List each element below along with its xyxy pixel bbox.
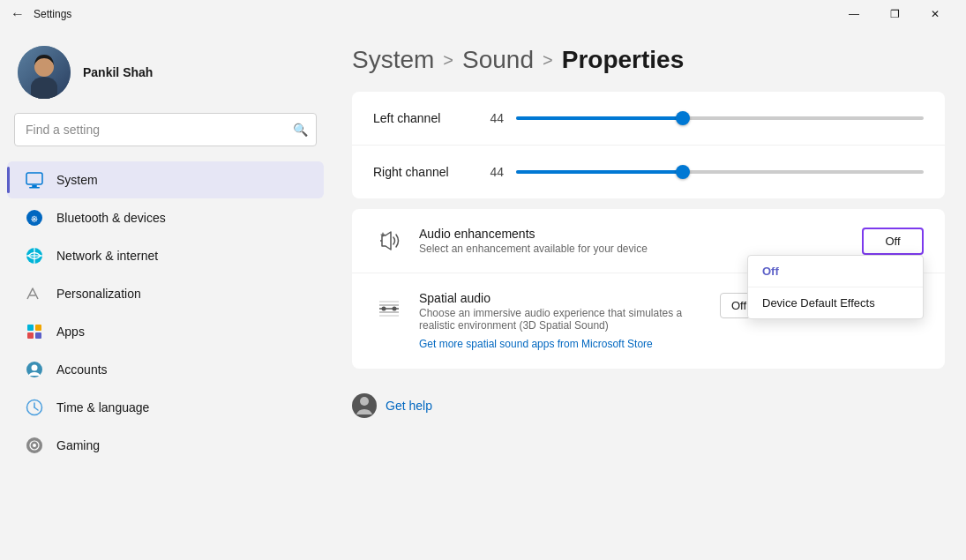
network-label: Network & internet [56,249,158,263]
time-label: Time & language [56,400,149,414]
svg-rect-12 [27,325,34,331]
sidebar: Pankil Shah 🔍 System ⎈ Bluetooth & devic… [0,28,331,560]
spatial-audio-desc: Choose an immersive audio experience tha… [419,307,706,332]
right-channel-value: 44 [479,165,504,179]
svg-rect-13 [35,325,41,331]
svg-rect-15 [35,332,41,339]
svg-rect-3 [26,173,42,184]
sidebar-item-gaming[interactable]: Gaming [7,427,324,464]
accounts-label: Accounts [56,362,108,377]
right-channel-row: Right channel 44 [352,146,945,198]
bluetooth-icon: ⎈ [25,208,44,228]
audio-enhancements-row: Audio enhancements Select an enhancement… [352,209,945,273]
sidebar-item-network[interactable]: Network & internet [7,237,324,274]
enhancements-panel: Audio enhancements Select an enhancement… [352,209,945,369]
audio-enhancements-control: Off [862,228,924,255]
avatar [18,46,71,99]
window-controls: — ❐ ✕ [834,0,955,28]
svg-rect-4 [32,185,37,187]
audio-enhancements-title: Audio enhancements [419,227,848,241]
personalization-label: Personalization [56,287,141,301]
svg-point-23 [33,444,36,447]
sidebar-item-apps[interactable]: Apps [7,313,324,350]
left-channel-slider[interactable] [516,109,924,127]
window-title: Settings [34,8,71,20]
audio-enhancements-icon [373,225,405,257]
back-icon[interactable]: ← [11,6,25,22]
search-input[interactable] [14,113,317,146]
restore-button[interactable]: ❐ [874,0,915,28]
left-channel-value: 44 [479,111,504,125]
spatial-audio-title: Spatial audio [419,291,706,305]
spatial-audio-link[interactable]: Get more spatial sound apps from Microso… [419,338,653,350]
breadcrumb-sound[interactable]: Sound [462,46,534,74]
sidebar-item-system[interactable]: System [7,161,324,198]
spatial-audio-text: Spatial audio Choose an immersive audio … [419,291,706,351]
accounts-icon [25,360,44,379]
svg-line-20 [34,407,38,410]
right-channel-label: Right channel [373,165,479,179]
spatial-audio-icon [373,293,405,325]
channels-panel: Left channel 44 Right channel 44 [352,92,945,198]
left-channel-label: Left channel [373,111,479,125]
time-icon [25,398,44,417]
apps-label: Apps [56,325,85,339]
svg-text:⎈: ⎈ [31,212,38,225]
system-icon [25,170,44,190]
breadcrumb: System > Sound > Properties [352,46,945,74]
audio-enhancements-desc: Select an enhancement available for your… [419,243,848,255]
get-help-row: Get help [352,379,945,418]
audio-enhancements-text: Audio enhancements Select an enhancement… [419,227,848,255]
user-profile: Pankil Shah [0,28,331,113]
close-button[interactable]: ✕ [915,0,955,28]
right-channel-slider[interactable] [516,163,924,181]
apps-icon [25,322,44,341]
search-box: 🔍 [14,113,317,146]
sidebar-item-accounts[interactable]: Accounts [7,351,324,388]
user-name: Pankil Shah [83,65,153,79]
breadcrumb-current: Properties [562,46,685,74]
help-icon [352,393,377,418]
svg-point-17 [32,365,38,371]
title-bar: ← Settings — ❐ ✕ [0,0,966,28]
gaming-label: Gaming [56,438,100,452]
search-icon: 🔍 [293,123,308,137]
get-help-link[interactable]: Get help [386,399,432,413]
left-channel-row: Left channel 44 [352,92,945,146]
minimize-button[interactable]: — [834,0,874,28]
svg-point-35 [360,397,369,406]
sidebar-item-bluetooth[interactable]: ⎈ Bluetooth & devices [7,199,324,236]
dropdown-item-off[interactable]: Off [748,256,923,287]
svg-rect-14 [27,332,34,339]
bluetooth-label: Bluetooth & devices [56,211,166,225]
svg-point-33 [393,307,397,311]
app-container: Pankil Shah 🔍 System ⎈ Bluetooth & devic… [0,28,966,560]
network-icon [25,246,44,265]
sidebar-item-personalization[interactable]: Personalization [7,275,324,312]
gaming-icon [25,436,44,455]
audio-enhancements-off-button[interactable]: Off [862,228,924,255]
title-bar-left: ← Settings [11,6,71,22]
nav-list: System ⎈ Bluetooth & devices Network & i… [0,161,331,465]
system-label: System [56,173,98,187]
personalization-icon [25,284,44,303]
breadcrumb-sep2: > [543,50,553,71]
breadcrumb-system[interactable]: System [352,46,434,74]
sidebar-item-time[interactable]: Time & language [7,389,324,426]
breadcrumb-sep1: > [443,50,453,71]
content-area: System > Sound > Properties Left channel… [331,28,966,560]
dropdown-item-device-default[interactable]: Device Default Effects [748,287,923,318]
enhancements-dropdown: Off Device Default Effects [747,255,924,319]
svg-point-32 [382,307,386,311]
svg-rect-5 [29,187,40,189]
